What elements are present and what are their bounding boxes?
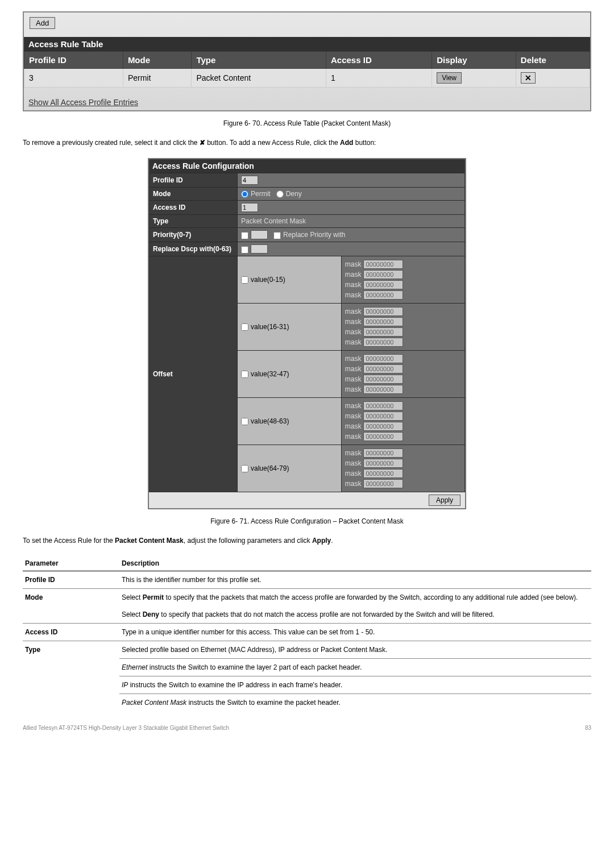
mask-input[interactable] [363,479,403,488]
priority-input[interactable] [251,230,268,239]
param-desc: This is the identifier number for this p… [119,571,591,589]
replace-dscp-input[interactable] [251,244,268,254]
mask-input[interactable] [363,459,403,468]
table-row: 3 Permit Packet Content 1 View ✕ [24,69,590,88]
param-name [23,676,119,694]
param-name: Type [23,641,119,659]
value-16-31-label: value(16-31) [251,323,289,331]
param-name [23,659,119,676]
mask-input[interactable] [363,401,403,410]
type-value: Packet Content Mask [238,215,465,228]
priority-label: Priority(0-7) [150,228,238,242]
instruction-set-rule: To set the Access Rule for the Packet Co… [23,537,591,545]
param-name [23,694,119,712]
col-display: Display [432,52,516,69]
cell-profile-id: 3 [24,69,123,88]
mask-group-1: mask mask mask mask [341,304,464,351]
deny-radio-label: Deny [286,190,302,198]
mask-group-0: mask mask mask mask [341,256,464,304]
value-64-79-checkbox[interactable] [241,465,248,472]
value-0-15-checkbox[interactable] [241,276,248,284]
access-rule-config-panel: Access Rule Configuration Profile ID Mod… [148,158,466,509]
page-footer: Allied Telesyn AT-9724TS High-Density La… [23,725,591,731]
param-desc: Selected profile based on Ethernet (MAC … [119,641,591,659]
mask-group-4: mask mask mask mask [341,445,464,492]
param-row: Packet Content Mask instructs the Switch… [23,694,591,712]
mask-input[interactable] [363,327,403,337]
param-header-desc: Description [119,556,591,571]
permit-radio-label: Permit [251,190,271,198]
mask-input[interactable] [363,260,403,269]
parameter-table: Parameter Description Profile ID This is… [23,556,591,711]
mask-group-2: mask mask mask mask [341,351,464,398]
mask-input[interactable] [363,448,403,458]
permit-radio[interactable] [241,190,248,198]
value-48-63-checkbox[interactable] [241,418,248,425]
param-desc: Packet Content Mask instructs the Switch… [119,694,591,712]
mask-input[interactable] [363,354,403,363]
access-rule-table: Profile ID Mode Type Access ID Display D… [24,51,590,88]
access-rule-table-title: Access Rule Table [24,37,590,51]
footer-page-number: 83 [585,725,591,731]
delete-button[interactable]: ✕ [521,72,536,84]
replace-priority-label: Replace Priority with [283,231,345,239]
param-row: Access ID Type in a unique identifier nu… [23,624,591,641]
figure-caption-70: Figure 6- 70. Access Rule Table (Packet … [23,119,591,127]
param-desc: Ethernet instructs the Switch to examine… [119,659,591,676]
footer-left: Allied Telesyn AT-9724TS High-Density La… [23,725,229,731]
apply-button[interactable]: Apply [429,495,460,506]
cell-mode: Permit [123,69,192,88]
param-row: Mode Select Permit to specify that the p… [23,589,591,607]
mask-input[interactable] [363,270,403,279]
profile-id-input[interactable] [241,176,258,185]
param-name: Access ID [23,624,119,641]
replace-priority-checkbox[interactable] [273,232,281,239]
value-16-31-checkbox[interactable] [241,323,248,331]
mask-input[interactable] [363,290,403,300]
param-row: Ethernet instructs the Switch to examine… [23,659,591,676]
mask-group-3: mask mask mask mask [341,398,464,445]
mode-label: Mode [150,188,238,201]
param-desc: Select Permit to specify that the packet… [119,589,591,607]
show-all-link[interactable]: Show All Access Profile Entries [24,88,590,110]
access-rule-table-panel: Add Access Rule Table Profile ID Mode Ty… [23,11,591,111]
value-32-47-label: value(32-47) [251,370,289,378]
mask-input[interactable] [363,469,403,478]
param-row: Profile ID This is the identifier number… [23,571,591,589]
mask-input[interactable] [363,338,403,347]
value-0-15-label: value(0-15) [251,276,285,284]
replace-dscp-checkbox[interactable] [241,246,248,254]
access-id-input[interactable] [241,203,258,212]
value-48-63-label: value(48-63) [251,417,289,425]
param-name: Profile ID [23,571,119,589]
col-delete: Delete [516,52,590,69]
mask-input[interactable] [363,422,403,431]
instruction-remove-add: To remove a previously created rule, sel… [23,139,591,147]
param-desc: Select Deny to specify that packets that… [119,606,591,624]
mask-input[interactable] [363,375,403,384]
param-row: Select Deny to specify that packets that… [23,606,591,624]
view-button[interactable]: View [437,72,462,84]
param-row: Type Selected profile based on Ethernet … [23,641,591,659]
mask-input[interactable] [363,432,403,441]
profile-id-label: Profile ID [150,173,238,188]
col-access-id: Access ID [326,52,432,69]
mask-input[interactable] [363,307,403,316]
add-button[interactable]: Add [30,17,55,29]
cell-access-id: 1 [326,69,432,88]
figure-caption-71: Figure 6- 71. Access Rule Configuration … [23,517,591,525]
priority-checkbox[interactable] [241,232,248,239]
param-name [23,606,119,624]
col-mode: Mode [123,52,192,69]
mask-input[interactable] [363,364,403,373]
mask-input[interactable] [363,385,403,394]
mask-input[interactable] [363,280,403,289]
mask-input[interactable] [363,412,403,421]
deny-radio[interactable] [276,190,284,198]
cell-type: Packet Content [192,69,326,88]
offset-label: Offset [150,256,238,492]
config-title: Access Rule Configuration [149,159,465,173]
param-row: IP instructs the Switch to examine the I… [23,676,591,694]
value-32-47-checkbox[interactable] [241,371,248,378]
mask-input[interactable] [363,317,403,326]
